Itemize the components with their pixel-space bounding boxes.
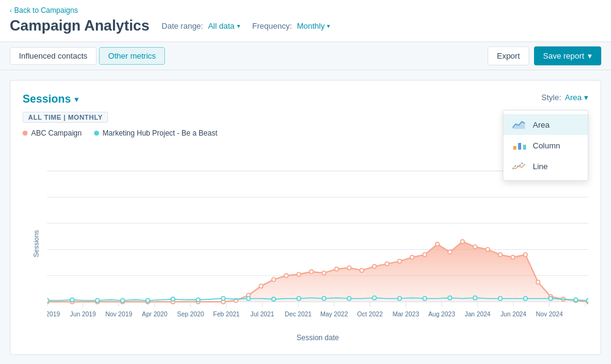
svg-point-31 — [297, 272, 301, 276]
svg-point-43 — [448, 250, 452, 254]
svg-rect-3 — [523, 145, 526, 150]
svg-point-48 — [511, 255, 514, 259]
svg-point-42 — [436, 242, 439, 246]
save-report-arrow-icon: ▾ — [588, 51, 592, 60]
svg-point-64 — [272, 297, 276, 301]
export-button[interactable]: Export — [488, 46, 529, 65]
area-chart-icon — [512, 119, 527, 130]
svg-point-62 — [221, 297, 225, 300]
svg-text:Jan 2024: Jan 2024 — [464, 310, 491, 318]
chart-header: Sessions ▾ Style: Area ▾ — [23, 93, 588, 106]
page-header: Campaign Analytics Date range: All data … — [10, 17, 601, 34]
tab-other-metrics[interactable]: Other metrics — [99, 47, 165, 65]
frequency-dropdown[interactable]: Monthly ▾ — [297, 21, 331, 31]
svg-point-70 — [423, 297, 426, 300]
chart-title-button[interactable]: Sessions ▾ — [23, 93, 78, 106]
svg-point-33 — [322, 271, 326, 275]
tab-actions: Export Save report ▾ — [488, 46, 601, 65]
y-axis-label: Sessions — [32, 230, 40, 257]
style-label: Style: — [541, 93, 562, 102]
svg-point-75 — [549, 297, 552, 300]
save-report-label: Save report — [543, 51, 584, 60]
svg-point-29 — [272, 278, 276, 282]
chart-title-text: Sessions — [23, 93, 71, 106]
svg-text:Mar 2023: Mar 2023 — [392, 310, 419, 318]
date-range-arrow-icon: ▾ — [237, 23, 240, 29]
legend-dot-mhp — [94, 131, 99, 136]
line-option-label: Line — [533, 162, 548, 171]
svg-point-67 — [347, 297, 351, 300]
tab-influenced-contacts[interactable]: Influenced contacts — [10, 47, 97, 65]
back-label: Back to Campaigns — [14, 6, 78, 15]
svg-point-34 — [335, 267, 338, 271]
svg-point-66 — [322, 297, 326, 300]
svg-point-72 — [473, 296, 477, 300]
line-chart-icon — [512, 161, 527, 172]
date-range-dropdown[interactable]: All data ▾ — [208, 21, 240, 31]
date-range-label: Date range: — [162, 21, 203, 31]
svg-text:Oct 2022: Oct 2022 — [357, 310, 383, 318]
svg-point-49 — [524, 253, 527, 257]
svg-point-36 — [360, 269, 364, 272]
back-to-campaigns-link[interactable]: ‹ Back to Campaigns — [10, 0, 78, 15]
svg-text:Sep 2020: Sep 2020 — [177, 310, 204, 318]
style-option-line[interactable]: Line — [503, 156, 588, 177]
svg-point-59 — [146, 299, 150, 302]
style-dropdown: Area Column — [503, 110, 588, 181]
style-dropdown-trigger[interactable]: Area ▾ — [565, 93, 588, 102]
svg-text:Apr 2020: Apr 2020 — [142, 310, 167, 318]
svg-point-65 — [297, 297, 301, 300]
svg-point-57 — [95, 299, 99, 302]
legend-label-mhp: Marketing Hub Project - Be a Beast — [103, 129, 218, 137]
svg-text:Aug 2023: Aug 2023 — [428, 310, 455, 318]
tabs: Influenced contacts Other metrics — [10, 42, 165, 70]
style-selector: Style: Area ▾ — [541, 93, 588, 102]
svg-point-69 — [398, 297, 401, 300]
svg-point-73 — [499, 297, 502, 300]
svg-point-74 — [524, 297, 527, 300]
svg-text:Feb 2021: Feb 2021 — [213, 310, 240, 318]
svg-text:Jul 2021: Jul 2021 — [251, 310, 274, 318]
back-chevron-icon: ‹ — [10, 7, 12, 14]
frequency-label: Frequency: — [252, 21, 292, 31]
svg-point-38 — [385, 262, 389, 266]
svg-point-30 — [284, 274, 288, 277]
svg-point-35 — [347, 266, 351, 269]
date-range-value: All data — [208, 21, 234, 31]
svg-point-63 — [247, 297, 251, 300]
style-arrow-icon: ▾ — [584, 93, 588, 102]
main-content: Sessions ▾ Style: Area ▾ — [0, 70, 611, 364]
chart-card: Sessions ▾ Style: Area ▾ — [10, 80, 601, 355]
svg-point-46 — [486, 247, 489, 251]
svg-text:Jan 2019: Jan 2019 — [47, 310, 60, 318]
style-value-text: Area — [565, 93, 582, 102]
svg-point-41 — [423, 253, 426, 257]
svg-text:Jun 2019: Jun 2019 — [70, 310, 97, 318]
svg-point-32 — [310, 270, 313, 274]
svg-point-56 — [70, 298, 74, 302]
svg-point-77 — [587, 299, 588, 302]
save-report-button[interactable]: Save report ▾ — [534, 46, 601, 65]
svg-point-47 — [499, 253, 502, 257]
legend-label-abc: ABC Campaign — [31, 129, 82, 137]
svg-rect-1 — [513, 146, 516, 150]
chart-title-arrow-icon: ▾ — [75, 95, 78, 104]
legend-item-mhp: Marketing Hub Project - Be a Beast — [94, 129, 218, 137]
svg-text:Nov 2024: Nov 2024 — [536, 310, 563, 318]
svg-point-61 — [196, 298, 200, 302]
x-axis-label: Session date — [47, 333, 588, 342]
svg-point-68 — [373, 296, 376, 300]
legend-dot-abc — [23, 131, 27, 136]
svg-point-45 — [473, 245, 477, 249]
column-option-label: Column — [533, 141, 560, 150]
tab-bar: Influenced contacts Other metrics Export… — [0, 42, 611, 70]
svg-point-50 — [536, 280, 540, 284]
legend-item-abc: ABC Campaign — [23, 129, 82, 137]
style-option-column[interactable]: Column — [503, 135, 588, 156]
svg-point-58 — [121, 299, 125, 302]
date-range-filter: Date range: All data ▾ — [162, 21, 240, 31]
svg-point-76 — [574, 298, 577, 302]
style-option-area[interactable]: Area — [503, 114, 588, 135]
top-bar: ‹ Back to Campaigns Campaign Analytics D… — [0, 0, 611, 42]
svg-point-39 — [398, 260, 401, 263]
